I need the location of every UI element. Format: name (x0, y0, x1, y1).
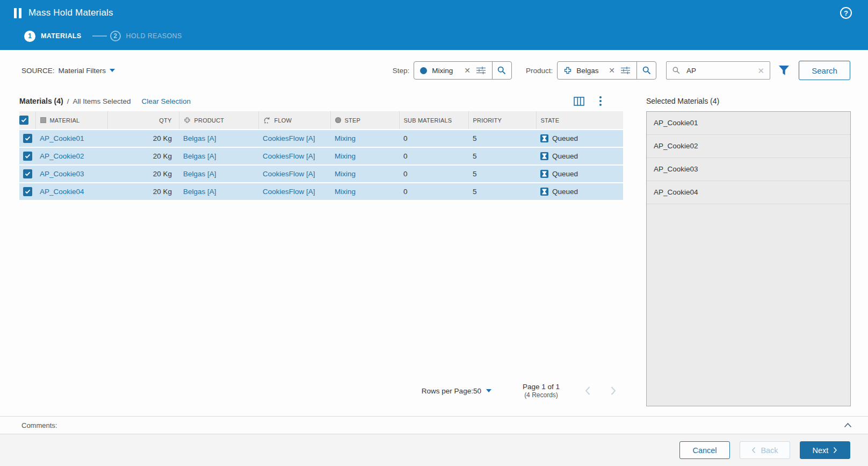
materials-count-title: Materials (4) (19, 97, 63, 105)
material-link[interactable]: AP_Cookie01 (40, 134, 84, 142)
source-filter-dropdown[interactable]: SOURCE: Material Filters (21, 67, 115, 75)
flow-link[interactable]: CookiesFlow [A] (263, 188, 315, 196)
next-page-button[interactable] (610, 386, 617, 396)
priority-cell: 5 (468, 165, 536, 183)
state-badge: Queued (552, 134, 578, 142)
column-header-step[interactable]: STEP (345, 117, 361, 124)
chevron-right-icon (610, 386, 617, 396)
sub-materials-cell: 0 (399, 147, 468, 165)
state-badge: Queued (552, 152, 578, 160)
material-link[interactable]: AP_Cookie03 (40, 170, 84, 178)
remove-product-filter-button[interactable]: ✕ (609, 67, 615, 74)
step-link[interactable]: Mixing (335, 188, 356, 196)
product-search-button[interactable] (636, 62, 656, 79)
search-icon (642, 66, 652, 75)
state-badge: Queued (552, 188, 578, 196)
column-header-priority[interactable]: PRIORITY (473, 117, 502, 124)
row-checkbox[interactable] (23, 134, 32, 143)
filter-bar: SOURCE: Material Filters Step: Mixing ✕ (0, 50, 868, 91)
step-filter-settings-icon[interactable] (476, 66, 486, 75)
material-search-input[interactable] (685, 66, 753, 75)
step-link[interactable]: Mixing (335, 134, 356, 142)
material-icon (40, 117, 46, 123)
wizard-step-1-label[interactable]: MATERIALS (41, 32, 82, 40)
selected-materials-section: Selected Materials (4) AP_Cookie01 AP_Co… (646, 91, 851, 406)
product-link[interactable]: Belgas [A] (183, 188, 216, 196)
funnel-icon (778, 64, 790, 76)
wizard-step-1-circle[interactable]: 1 (24, 31, 35, 42)
more-options-kebab-icon[interactable] (599, 96, 602, 106)
select-all-checkbox[interactable] (19, 116, 28, 125)
remove-step-filter-button[interactable]: ✕ (464, 67, 471, 74)
column-chooser-icon[interactable] (574, 97, 584, 106)
product-link[interactable]: Belgas [A] (183, 134, 216, 142)
table-row: AP_Cookie01 20 Kg Belgas [A] CookiesFlow… (19, 130, 623, 147)
material-search-field: ✕ (666, 61, 770, 80)
step-link[interactable]: Mixing (335, 170, 356, 178)
help-icon[interactable]: ? (840, 7, 852, 19)
title-divider: / (67, 97, 69, 105)
page-indicator: Page 1 of 1 (523, 383, 560, 391)
chevron-up-icon (844, 422, 852, 428)
qty-cell: 20 Kg (107, 147, 179, 165)
mass-hold-materials-window: Mass Hold Materials ? 1 MATERIALS 2 HOLD… (0, 0, 868, 466)
product-link[interactable]: Belgas [A] (183, 152, 216, 160)
source-label: SOURCE: (21, 67, 55, 75)
page-title: Mass Hold Materials (28, 8, 113, 18)
list-item: AP_Cookie01 (647, 112, 850, 135)
wizard-step-2-label[interactable]: HOLD REASONS (126, 32, 182, 40)
clear-selection-link[interactable]: Clear Selection (142, 97, 191, 105)
column-header-state[interactable]: STATE (541, 117, 560, 124)
selection-status: All Items Selected (73, 97, 131, 105)
product-filter-settings-icon[interactable] (620, 66, 631, 75)
clear-search-icon[interactable]: ✕ (757, 67, 764, 75)
wizard-connector (92, 35, 107, 37)
rows-per-page-label: Rows per Page: (422, 387, 473, 395)
column-header-product[interactable]: PRODUCT (194, 117, 225, 124)
flow-link[interactable]: CookiesFlow [A] (263, 134, 315, 142)
sub-materials-cell: 0 (399, 165, 468, 183)
flow-link[interactable]: CookiesFlow [A] (263, 170, 315, 178)
column-header-material[interactable]: MATERIAL (50, 117, 80, 124)
product-link[interactable]: Belgas [A] (183, 170, 216, 178)
hourglass-icon (540, 152, 548, 160)
next-button[interactable]: Next (800, 441, 850, 459)
sub-materials-cell: 0 (399, 183, 468, 200)
step-search-button[interactable] (492, 62, 511, 79)
hourglass-icon (540, 134, 548, 142)
row-checkbox[interactable] (23, 169, 32, 178)
chevron-down-icon (110, 69, 115, 72)
wizard-step-2-circle[interactable]: 2 (110, 31, 121, 41)
source-value: Material Filters (59, 67, 106, 75)
cancel-button[interactable]: Cancel (679, 441, 730, 459)
selected-materials-title: Selected Materials (4) (646, 91, 851, 111)
qty-cell: 20 Kg (107, 165, 179, 183)
comments-section: Comments: (0, 416, 868, 434)
step-filter-label: Step: (393, 67, 410, 75)
step-link[interactable]: Mixing (335, 152, 356, 160)
wizard-steps: 1 MATERIALS 2 HOLD REASONS (0, 26, 868, 46)
previous-page-button[interactable] (584, 386, 591, 396)
table-header-row: MATERIAL QTY PRODUCT FLOW STEP SUB MATER… (19, 111, 623, 130)
chevron-down-icon (486, 389, 491, 392)
material-link[interactable]: AP_Cookie04 (40, 188, 84, 196)
filter-funnel-button[interactable] (778, 64, 790, 76)
material-link[interactable]: AP_Cookie02 (40, 152, 84, 160)
row-checkbox[interactable] (23, 152, 32, 161)
column-header-flow[interactable]: FLOW (274, 117, 292, 124)
row-checkbox[interactable] (23, 187, 32, 196)
product-icon (563, 66, 572, 75)
column-header-sub-materials[interactable]: SUB MATERIALS (404, 117, 452, 124)
search-icon (497, 66, 507, 75)
sub-materials-cell: 0 (399, 130, 468, 147)
flow-link[interactable]: CookiesFlow [A] (263, 152, 315, 160)
column-header-qty[interactable]: QTY (159, 117, 171, 124)
collapse-comments-button[interactable] (844, 422, 852, 428)
priority-cell: 5 (468, 183, 536, 200)
back-button[interactable]: Back (740, 441, 790, 459)
table-row: AP_Cookie03 20 Kg Belgas [A] CookiesFlow… (19, 165, 623, 183)
materials-table-section: Materials (4) / All Items Selected Clear… (19, 91, 623, 406)
search-button[interactable]: Search (799, 61, 850, 80)
rows-per-page-dropdown[interactable]: Rows per Page:50 (422, 387, 491, 395)
step-icon (335, 117, 341, 123)
